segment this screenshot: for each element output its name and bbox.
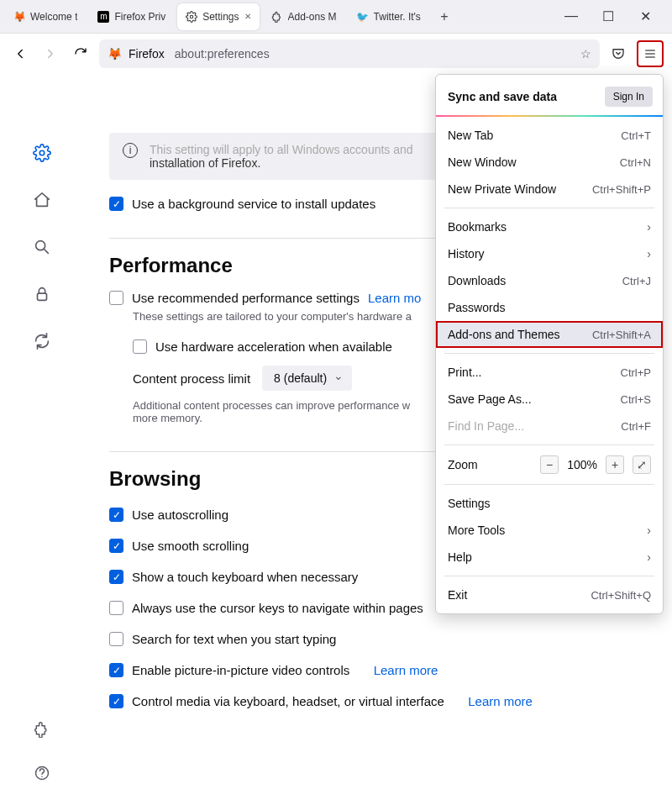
chevron-right-icon: › <box>647 524 651 537</box>
nav-toolbar: 🦊 Firefox about:preferences ☆ <box>0 34 672 74</box>
close-icon[interactable]: ✕ <box>244 12 251 21</box>
address-bar[interactable]: 🦊 Firefox about:preferences ☆ <box>99 39 600 68</box>
m-icon: m <box>97 11 109 23</box>
learn-more-link[interactable]: Learn more <box>374 663 438 677</box>
svg-point-0 <box>190 15 193 18</box>
forward-button[interactable] <box>39 42 62 66</box>
cpl-dropdown[interactable]: 8 (default) <box>262 366 352 391</box>
info-icon: i <box>123 143 138 158</box>
menu-divider <box>444 445 654 445</box>
gradient-divider <box>436 115 663 117</box>
recommended-perf-label: Use recommended performance settings <box>132 291 360 305</box>
reload-button[interactable] <box>69 42 92 66</box>
tab-settings[interactable]: Settings✕ <box>177 3 259 30</box>
sidebar-general-icon[interactable] <box>30 141 54 165</box>
sign-in-button[interactable]: Sign In <box>605 87 653 107</box>
svg-rect-3 <box>38 293 47 300</box>
sync-row: Sync and save data Sign In <box>436 83 663 115</box>
checkbox-icon[interactable] <box>109 601 123 615</box>
menu-exit[interactable]: ExitCtrl+Shift+Q <box>436 581 663 608</box>
bg-service-label: Use a background service to install upda… <box>132 197 375 211</box>
minimize-button[interactable]: — <box>561 8 581 24</box>
menu-new-window[interactable]: New WindowCtrl+N <box>436 149 663 176</box>
chevron-right-icon: › <box>647 550 651 564</box>
zoom-in-button[interactable]: + <box>606 455 624 474</box>
menu-downloads[interactable]: DownloadsCtrl+J <box>436 267 663 294</box>
window-controls: — ☐ ✕ <box>561 8 667 24</box>
menu-divider <box>444 576 654 576</box>
menu-divider <box>444 353 654 354</box>
twitter-icon: 🐦 <box>357 11 369 23</box>
puzzle-icon <box>271 11 283 23</box>
menu-more-tools[interactable]: More Tools› <box>436 517 663 544</box>
sidebar-help-icon[interactable] <box>30 761 54 785</box>
checkbox-checked-icon[interactable]: ✓ <box>109 694 123 708</box>
menu-bookmarks[interactable]: Bookmarks› <box>436 213 663 240</box>
svg-point-1 <box>39 150 45 155</box>
menu-new-tab[interactable]: New TabCtrl+T <box>436 122 663 149</box>
new-tab-button[interactable]: + <box>433 5 456 29</box>
back-button[interactable] <box>8 42 32 66</box>
sidebar-search-icon[interactable] <box>30 235 54 259</box>
pocket-button[interactable] <box>606 42 630 66</box>
checkbox-icon[interactable] <box>109 632 123 646</box>
menu-find-in-page[interactable]: Find In Page...Ctrl+F <box>436 413 663 439</box>
zoom-value: 100% <box>567 458 597 471</box>
close-window-button[interactable]: ✕ <box>635 8 655 24</box>
identity-label: Firefox <box>129 47 165 61</box>
media-row[interactable]: ✓Control media via keyboard, headset, or… <box>109 694 647 708</box>
checkbox-icon[interactable] <box>133 339 147 354</box>
maximize-button[interactable]: ☐ <box>598 8 618 24</box>
svg-point-2 <box>36 241 45 250</box>
firefox-icon: 🦊 <box>13 11 25 23</box>
menu-print[interactable]: Print...Ctrl+P <box>436 359 663 386</box>
checkbox-checked-icon[interactable]: ✓ <box>109 663 123 677</box>
checkbox-checked-icon[interactable]: ✓ <box>109 570 123 584</box>
app-menu: Sync and save data Sign In New TabCtrl+T… <box>435 74 664 614</box>
menu-zoom: Zoom − 100% + ⤢ <box>436 450 663 479</box>
checkbox-checked-icon[interactable]: ✓ <box>109 539 123 553</box>
settings-sidebar <box>0 74 84 805</box>
checkbox-checked-icon[interactable]: ✓ <box>109 197 123 211</box>
checkbox-icon[interactable] <box>109 291 123 305</box>
fullscreen-button[interactable]: ⤢ <box>633 455 651 474</box>
sidebar-home-icon[interactable] <box>30 188 54 212</box>
menu-history[interactable]: History› <box>436 240 663 267</box>
learn-more-link[interactable]: Learn mo <box>368 291 421 305</box>
menu-passwords[interactable]: Passwords <box>436 294 663 321</box>
firefox-icon: 🦊 <box>108 47 122 61</box>
menu-settings[interactable]: Settings <box>436 490 663 517</box>
tab-twitter[interactable]: 🐦Twitter. It's <box>349 3 429 30</box>
hwaccel-label: Use hardware acceleration when available <box>155 339 392 354</box>
tab-addons[interactable]: Add-ons M <box>263 3 345 30</box>
sidebar-sync-icon[interactable] <box>30 329 54 353</box>
menu-divider <box>444 484 654 485</box>
bookmark-star-icon[interactable]: ☆ <box>580 47 591 61</box>
search-text-row[interactable]: Search for text when you start typing <box>109 632 647 646</box>
cpl-label: Content process limit <box>133 371 250 386</box>
sidebar-privacy-icon[interactable] <box>30 282 54 306</box>
sync-title: Sync and save data <box>448 90 557 103</box>
menu-save-page[interactable]: Save Page As...Ctrl+S <box>436 386 663 413</box>
menu-help[interactable]: Help› <box>436 544 663 571</box>
learn-more-link[interactable]: Learn more <box>468 694 533 708</box>
tab-bar: 🦊Welcome t mFirefox Priv Settings✕ Add-o… <box>0 0 672 34</box>
checkbox-checked-icon[interactable]: ✓ <box>109 508 123 522</box>
zoom-out-button[interactable]: − <box>540 455 559 474</box>
app-menu-button[interactable] <box>637 40 664 67</box>
chevron-right-icon: › <box>647 247 651 260</box>
menu-new-private-window[interactable]: New Private WindowCtrl+Shift+P <box>436 176 663 203</box>
menu-divider <box>444 208 654 208</box>
tab-welcome[interactable]: 🦊Welcome t <box>5 3 86 30</box>
tab-privacy[interactable]: mFirefox Priv <box>89 3 174 30</box>
chevron-right-icon: › <box>647 220 651 234</box>
menu-addons-themes[interactable]: Add-ons and ThemesCtrl+Shift+A <box>436 321 663 348</box>
pip-row[interactable]: ✓Enable picture-in-picture video control… <box>109 663 647 677</box>
url-text: about:preferences <box>175 47 270 61</box>
gear-icon <box>186 11 197 23</box>
sidebar-extensions-icon[interactable] <box>30 718 54 741</box>
